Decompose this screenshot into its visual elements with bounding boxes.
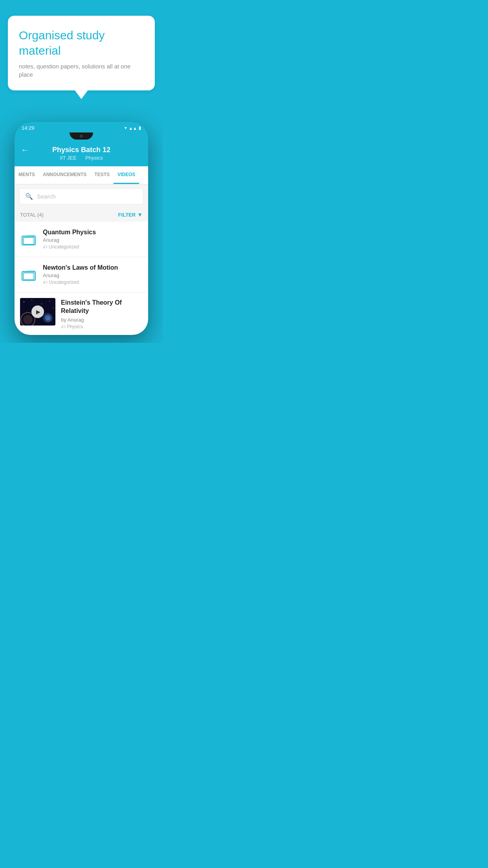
svg-point-8 bbox=[45, 315, 50, 320]
search-input[interactable]: Search bbox=[37, 193, 56, 200]
item-info: Quantum Physics Anurag 🏷 Uncategorized bbox=[43, 229, 143, 250]
play-button[interactable]: ▶ bbox=[31, 305, 44, 318]
list-item[interactable]: ▶ Einstein's Theory Of Relativity by Anu… bbox=[15, 292, 148, 335]
item-title: Quantum Physics bbox=[43, 229, 143, 236]
svg-point-7 bbox=[43, 313, 52, 322]
item-tag: 🏷 Uncategorized bbox=[43, 244, 143, 250]
list-item[interactable]: Quantum Physics Anurag 🏷 Uncategorized bbox=[15, 222, 148, 257]
tab-tests[interactable]: TESTS bbox=[90, 166, 114, 184]
tab-announcements[interactable]: ANNOUNCEMENTS bbox=[39, 166, 90, 184]
total-count: TOTAL (4) bbox=[20, 212, 44, 218]
content-list: Quantum Physics Anurag 🏷 Uncategorized bbox=[15, 222, 148, 335]
svg-point-12 bbox=[49, 301, 50, 302]
svg-point-11 bbox=[41, 303, 42, 304]
filter-button[interactable]: FILTER ▼ bbox=[118, 211, 143, 218]
item-tag: 🏷 Physics bbox=[61, 324, 143, 329]
tag-icon: 🏷 bbox=[61, 324, 65, 329]
item-author: by Anurag bbox=[61, 317, 143, 323]
phone-notch bbox=[70, 132, 93, 140]
item-author: Anurag bbox=[43, 237, 143, 243]
tag-text: Physics bbox=[67, 324, 83, 329]
list-item[interactable]: Newton's Laws of Motion Anurag 🏷 Uncateg… bbox=[15, 257, 148, 292]
header-row: ← Physics Batch 12 bbox=[21, 146, 142, 154]
item-info: Newton's Laws of Motion Anurag 🏷 Uncateg… bbox=[43, 264, 143, 285]
header-subtitle: IIT JEE Physics bbox=[58, 155, 105, 161]
search-bar[interactable]: 🔍 Search bbox=[19, 188, 143, 204]
tag-icon: 🏷 bbox=[43, 280, 47, 285]
subtitle-part2: Physics bbox=[85, 155, 103, 161]
item-info: Einstein's Theory Of Relativity by Anura… bbox=[61, 298, 143, 329]
tag-text: Uncategorized bbox=[49, 280, 79, 285]
tag-text: Uncategorized bbox=[49, 244, 79, 250]
svg-point-9 bbox=[24, 302, 24, 302]
tag-icon: 🏷 bbox=[43, 245, 47, 249]
app-header: ← Physics Batch 12 IIT JEE Physics bbox=[15, 141, 148, 166]
svg-rect-3 bbox=[24, 273, 34, 280]
bubble-subtitle: notes, question papers, solutions all at… bbox=[19, 62, 144, 79]
phone-wrapper: 14:29 ▾ ▲▲ ▮ ← Physics Batch 12 IIT JEE … bbox=[0, 122, 163, 343]
filter-row: TOTAL (4) FILTER ▼ bbox=[15, 208, 148, 222]
item-title: Einstein's Theory Of Relativity bbox=[61, 299, 143, 315]
signal-icon: ▲▲ bbox=[128, 126, 137, 131]
svg-point-13 bbox=[53, 307, 54, 308]
battery-icon: ▮ bbox=[139, 125, 141, 131]
video-thumbnail: ▶ bbox=[20, 298, 55, 326]
svg-point-6 bbox=[23, 315, 33, 324]
status-bar: 14:29 ▾ ▲▲ ▮ bbox=[15, 122, 148, 133]
play-icon: ▶ bbox=[36, 309, 40, 315]
tab-bar: MENTS ANNOUNCEMENTS TESTS VIDEOS bbox=[15, 166, 148, 184]
status-time: 14:29 bbox=[22, 125, 35, 131]
bubble-title: Organised study material bbox=[19, 28, 144, 58]
subtitle-part1: IIT JEE bbox=[60, 155, 76, 161]
tab-ments[interactable]: MENTS bbox=[15, 166, 39, 184]
promo-section: Organised study material notes, question… bbox=[0, 0, 163, 98]
item-tag: 🏷 Uncategorized bbox=[43, 280, 143, 285]
svg-point-10 bbox=[31, 300, 32, 300]
folder-icon bbox=[20, 266, 37, 283]
filter-icon: ▼ bbox=[137, 211, 143, 218]
filter-label: FILTER bbox=[118, 212, 136, 218]
wifi-icon: ▾ bbox=[125, 125, 127, 131]
search-container: 🔍 Search bbox=[15, 184, 148, 208]
phone-mockup: 14:29 ▾ ▲▲ ▮ ← Physics Batch 12 IIT JEE … bbox=[15, 122, 148, 335]
notch-bar bbox=[15, 132, 148, 141]
tab-videos[interactable]: VIDEOS bbox=[114, 166, 139, 184]
item-title: Newton's Laws of Motion bbox=[43, 264, 143, 271]
item-author: Anurag bbox=[43, 272, 143, 278]
page-title: Physics Batch 12 bbox=[52, 146, 110, 154]
status-icons: ▾ ▲▲ ▮ bbox=[125, 125, 141, 131]
search-icon: 🔍 bbox=[25, 193, 33, 200]
back-button[interactable]: ← bbox=[21, 145, 29, 154]
folder-icon bbox=[20, 231, 37, 248]
svg-rect-1 bbox=[24, 237, 34, 244]
speech-bubble: Organised study material notes, question… bbox=[8, 16, 155, 90]
front-camera bbox=[80, 134, 83, 138]
